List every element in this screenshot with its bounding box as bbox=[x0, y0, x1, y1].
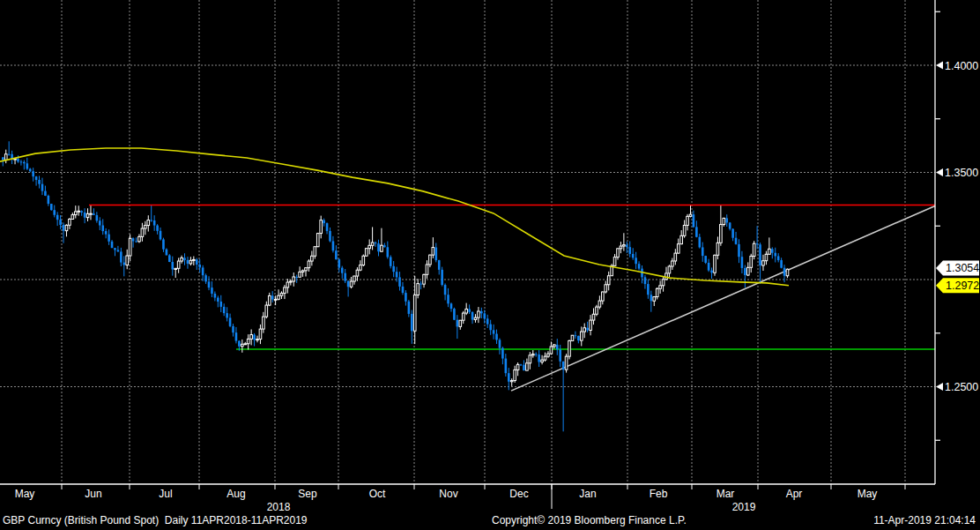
candle-down bbox=[577, 336, 580, 340]
candle-up bbox=[247, 339, 249, 343]
candle-down bbox=[120, 251, 122, 262]
candle-down bbox=[626, 245, 628, 248]
candle-up bbox=[65, 225, 68, 230]
candle-up bbox=[145, 226, 147, 228]
candle-up bbox=[69, 220, 71, 226]
candle-down bbox=[341, 268, 344, 273]
candle-up bbox=[74, 212, 77, 215]
candle-up bbox=[293, 277, 295, 281]
candle-down bbox=[114, 248, 116, 250]
candle-up bbox=[278, 295, 280, 299]
moving-average-line bbox=[0, 148, 789, 286]
candle-up bbox=[314, 247, 316, 257]
candle-up bbox=[308, 261, 310, 268]
candle-down bbox=[434, 248, 437, 261]
x-axis-month-label: Jun bbox=[85, 488, 101, 500]
candle-down bbox=[44, 191, 47, 196]
axes-layer bbox=[0, 0, 940, 509]
candle-up bbox=[4, 154, 7, 160]
candle-down bbox=[117, 250, 120, 251]
x-axis-month-label: Oct bbox=[369, 488, 386, 500]
y-axis-label-arrow bbox=[936, 62, 943, 70]
candle-up bbox=[350, 281, 353, 287]
candle-up bbox=[305, 268, 308, 271]
x-axis-year-label: 2018 bbox=[267, 501, 291, 513]
candle-down bbox=[411, 314, 413, 331]
candle-up bbox=[290, 281, 293, 282]
candle-down bbox=[771, 249, 774, 252]
candle-up bbox=[301, 271, 304, 272]
candle-up bbox=[683, 225, 686, 235]
candle-down bbox=[17, 159, 19, 161]
candle-up bbox=[316, 234, 319, 247]
candle-down bbox=[520, 364, 523, 365]
candle-up bbox=[459, 320, 462, 326]
y-axis-label: 1.3500 bbox=[945, 167, 978, 179]
candle-down bbox=[693, 214, 695, 227]
candle-down bbox=[505, 359, 508, 374]
candle-down bbox=[217, 298, 219, 302]
candle-up bbox=[274, 299, 277, 300]
candle-down bbox=[219, 302, 222, 307]
x-axis-month-label: Nov bbox=[439, 488, 457, 500]
candle-down bbox=[160, 231, 162, 240]
bloomberg-chart-window: 1.40001.35001.2500 MayJunJulAugSepOctNov… bbox=[0, 0, 980, 530]
candle-down bbox=[347, 281, 350, 287]
candle-up bbox=[181, 258, 183, 261]
candle-up bbox=[78, 211, 80, 212]
candle-up bbox=[765, 254, 768, 260]
x-axis-month-label: Jul bbox=[159, 488, 172, 500]
candle-down bbox=[699, 237, 702, 248]
candle-up bbox=[138, 236, 141, 241]
candle-up bbox=[526, 363, 529, 370]
candle-down bbox=[562, 362, 565, 370]
x-axis-month-label: Apr bbox=[786, 488, 803, 500]
candle-up bbox=[429, 255, 432, 265]
candle-down bbox=[480, 311, 483, 313]
candle-down bbox=[501, 348, 504, 359]
candle-up bbox=[592, 314, 595, 320]
candle-up bbox=[129, 238, 131, 256]
candle-up bbox=[250, 335, 253, 340]
candle-down bbox=[132, 238, 135, 241]
candle-down bbox=[8, 154, 11, 155]
candle-down bbox=[729, 222, 731, 228]
candle-down bbox=[486, 318, 489, 324]
candle-down bbox=[468, 309, 471, 311]
candle-up bbox=[362, 256, 365, 265]
candle-down bbox=[650, 295, 653, 301]
candle-down bbox=[166, 250, 168, 256]
candle-down bbox=[122, 263, 125, 265]
x-axis-month-label: Sep bbox=[298, 488, 317, 500]
candle-up bbox=[547, 354, 550, 356]
candle-up bbox=[750, 256, 753, 267]
candle-down bbox=[495, 334, 498, 340]
candle-down bbox=[783, 268, 786, 276]
candle-up bbox=[565, 356, 568, 370]
candle-up bbox=[474, 317, 477, 319]
candle-up bbox=[544, 356, 546, 360]
candle-down bbox=[741, 257, 744, 268]
candle-down bbox=[438, 260, 441, 270]
candle-down bbox=[50, 204, 53, 210]
candle-up bbox=[311, 256, 314, 261]
y-axis-label-arrow bbox=[936, 383, 943, 391]
candle-up bbox=[177, 261, 180, 268]
candle-up bbox=[86, 213, 89, 217]
candle-down bbox=[377, 243, 380, 251]
candle-down bbox=[405, 293, 407, 302]
candle-down bbox=[375, 243, 377, 243]
candle-up bbox=[680, 235, 683, 243]
candle-up bbox=[516, 364, 519, 370]
candle-up bbox=[365, 249, 368, 257]
candle-down bbox=[271, 295, 274, 299]
candle-down bbox=[295, 277, 298, 278]
candle-down bbox=[111, 242, 114, 248]
candle-up bbox=[381, 245, 383, 251]
candle-up bbox=[598, 301, 601, 307]
candle-up bbox=[299, 272, 301, 277]
candle-up bbox=[462, 313, 464, 320]
candle-down bbox=[150, 220, 152, 221]
candle-up bbox=[126, 256, 129, 265]
candle-down bbox=[392, 266, 395, 272]
